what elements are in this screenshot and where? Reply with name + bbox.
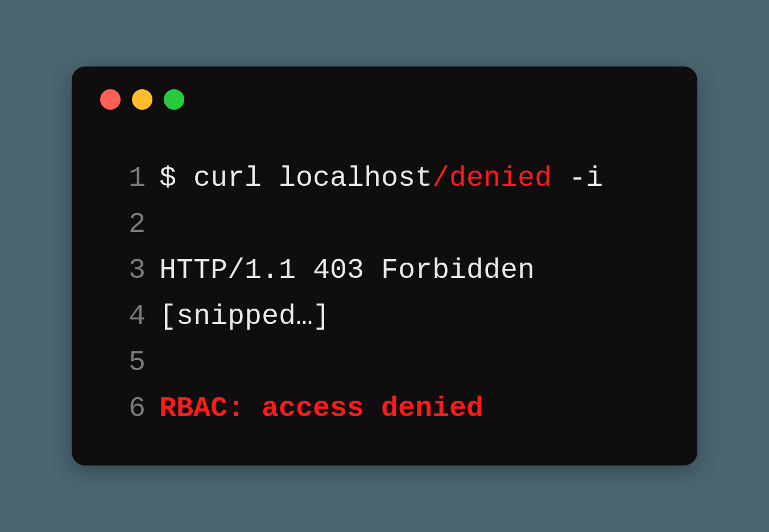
terminal-line: 6RBAC: access denied xyxy=(111,385,669,431)
line-content: [snipped…] xyxy=(146,293,330,339)
titlebar xyxy=(100,89,669,110)
terminal-line: 3HTTP/1.1 403 Forbidden xyxy=(111,247,669,293)
line-content xyxy=(146,201,176,247)
line-content xyxy=(146,339,176,385)
text-segment: RBAC: access denied xyxy=(159,392,483,425)
terminal-line: 2 xyxy=(111,201,669,247)
line-number: 2 xyxy=(111,201,146,247)
line-number: 6 xyxy=(111,385,146,431)
line-content: $ curl localhost/denied -i xyxy=(146,155,603,201)
maximize-button[interactable] xyxy=(164,89,184,110)
line-content: RBAC: access denied xyxy=(146,385,483,431)
text-segment: -i xyxy=(552,162,603,194)
terminal-line: 4[snipped…] xyxy=(111,293,669,339)
line-number: 3 xyxy=(111,247,146,293)
terminal-window: 1$ curl localhost/denied -i2 3HTTP/1.1 4… xyxy=(72,66,697,466)
minimize-button[interactable] xyxy=(132,89,152,110)
text-segment: /denied xyxy=(432,162,552,194)
line-number: 4 xyxy=(111,293,146,339)
text-segment: [snipped…] xyxy=(159,300,330,332)
terminal-line: 1$ curl localhost/denied -i xyxy=(111,155,669,201)
close-button[interactable] xyxy=(100,89,121,110)
terminal-content[interactable]: 1$ curl localhost/denied -i2 3HTTP/1.1 4… xyxy=(100,155,669,431)
line-number: 5 xyxy=(111,339,146,385)
line-content: HTTP/1.1 403 Forbidden xyxy=(146,247,535,293)
line-number: 1 xyxy=(111,155,146,201)
text-segment: $ curl localhost xyxy=(159,162,432,194)
terminal-line: 5 xyxy=(111,339,669,385)
text-segment: HTTP/1.1 403 Forbidden xyxy=(159,254,535,286)
